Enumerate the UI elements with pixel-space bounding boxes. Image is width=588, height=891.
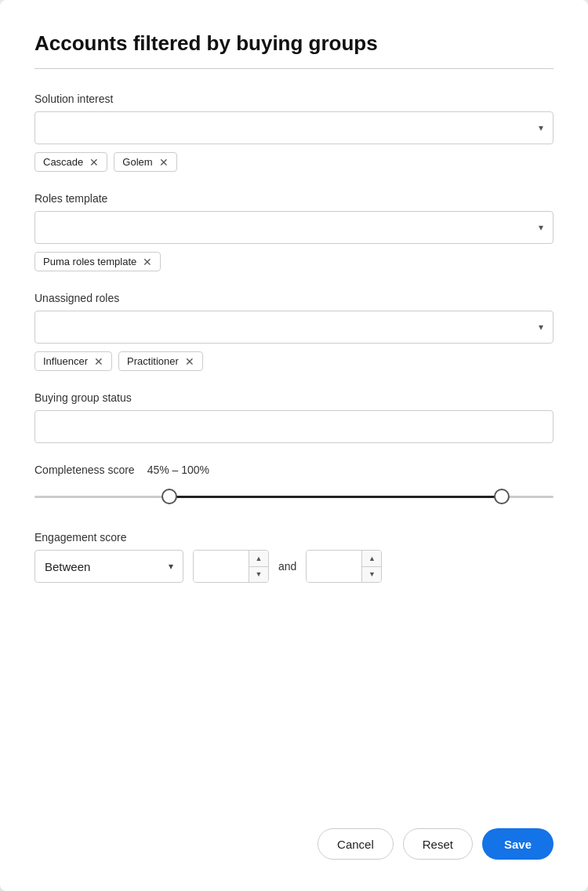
engagement-score-controls: Between ▾ ▲ ▼ and ▲ ▼ (34, 550, 554, 583)
save-button[interactable]: Save (482, 828, 554, 860)
modal-title: Accounts filtered by buying groups (34, 31, 554, 56)
engagement-min-down-button[interactable]: ▼ (249, 567, 268, 583)
solution-interest-dropdown[interactable]: ▾ (34, 111, 554, 144)
cancel-button[interactable]: Cancel (318, 828, 394, 860)
reset-button[interactable]: Reset (403, 828, 473, 860)
engagement-min-spinner-buttons: ▲ ▼ (249, 551, 268, 582)
engagement-min-input[interactable] (194, 551, 249, 582)
engagement-operator-value: Between (45, 560, 90, 573)
buying-group-status-group: Buying group status (34, 391, 554, 443)
tag-puma: Puma roles template ✕ (34, 252, 161, 271)
divider (34, 68, 554, 69)
tag-puma-remove[interactable]: ✕ (143, 256, 152, 267)
unassigned-roles-group: Unassigned roles ▾ Influencer ✕ Practiti… (34, 292, 554, 371)
roles-template-dropdown[interactable]: ▾ (34, 211, 554, 244)
tag-influencer-label: Influencer (43, 355, 88, 367)
solution-interest-group: Solution interest ▾ Cascade ✕ Golem ✕ (34, 93, 554, 172)
tag-cascade-label: Cascade (43, 156, 83, 168)
unassigned-roles-label: Unassigned roles (34, 292, 554, 304)
tag-practitioner-label: Practitioner (127, 355, 179, 367)
modal-container: Accounts filtered by buying groups Solut… (0, 0, 588, 891)
tag-golem-remove[interactable]: ✕ (159, 157, 169, 168)
engagement-and-label: and (278, 560, 296, 573)
completeness-score-label: Completeness score (34, 464, 135, 476)
tag-influencer: Influencer ✕ (34, 351, 112, 371)
buying-group-status-input[interactable] (34, 410, 554, 443)
engagement-max-spinner-buttons: ▲ ▼ (361, 551, 381, 582)
roles-template-tags: Puma roles template ✕ (34, 252, 554, 271)
footer: Cancel Reset Save (34, 797, 554, 860)
buying-group-status-label: Buying group status (34, 391, 554, 404)
completeness-slider (34, 482, 554, 511)
slider-thumb-min[interactable] (162, 489, 177, 504)
tag-practitioner-remove[interactable]: ✕ (185, 356, 194, 367)
engagement-operator-dropdown[interactable]: Between ▾ (34, 550, 183, 583)
roles-template-label: Roles template (34, 192, 554, 205)
solution-interest-chevron-icon: ▾ (539, 122, 543, 133)
tag-puma-label: Puma roles template (43, 256, 136, 267)
unassigned-roles-tags: Influencer ✕ Practitioner ✕ (34, 351, 554, 371)
completeness-score-range: 45% – 100% (147, 464, 209, 476)
tag-golem: Golem ✕ (114, 152, 176, 172)
engagement-min-spinner: ▲ ▼ (193, 550, 269, 583)
tag-cascade-remove[interactable]: ✕ (89, 157, 99, 168)
solution-interest-label: Solution interest (34, 93, 554, 105)
engagement-max-spinner: ▲ ▼ (306, 550, 382, 583)
unassigned-roles-chevron-icon: ▾ (539, 322, 543, 333)
solution-interest-tags: Cascade ✕ Golem ✕ (34, 152, 554, 172)
tag-golem-label: Golem (122, 156, 152, 168)
slider-fill (169, 496, 502, 498)
tag-influencer-remove[interactable]: ✕ (94, 356, 103, 367)
roles-template-chevron-icon: ▾ (539, 222, 543, 233)
engagement-score-group: Engagement score Between ▾ ▲ ▼ and ▲ ▼ (34, 531, 554, 583)
unassigned-roles-dropdown[interactable]: ▾ (34, 311, 554, 344)
roles-template-group: Roles template ▾ Puma roles template ✕ (34, 192, 554, 271)
engagement-max-input[interactable] (307, 551, 361, 582)
tag-practitioner: Practitioner ✕ (118, 351, 203, 371)
slider-thumb-max[interactable] (494, 489, 510, 504)
engagement-max-up-button[interactable]: ▲ (362, 551, 381, 567)
completeness-score-group: Completeness score 45% – 100% (34, 464, 554, 511)
engagement-operator-chevron-icon: ▾ (169, 561, 173, 572)
engagement-max-down-button[interactable]: ▼ (362, 567, 381, 583)
engagement-score-label: Engagement score (34, 531, 554, 544)
tag-cascade: Cascade ✕ (34, 152, 107, 172)
engagement-min-up-button[interactable]: ▲ (249, 551, 268, 567)
